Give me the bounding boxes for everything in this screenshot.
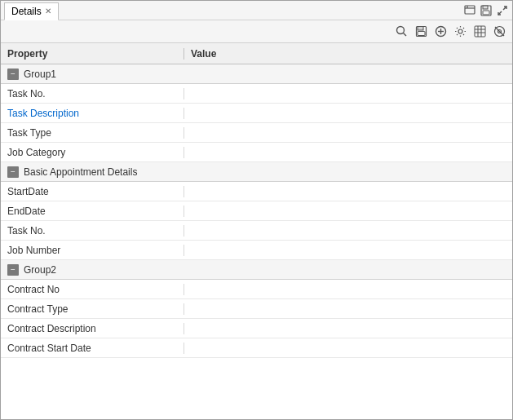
table-row[interactable]: EndDate bbox=[1, 201, 512, 221]
toolbar bbox=[1, 20, 512, 43]
group-title: Group1 bbox=[24, 69, 56, 80]
svg-point-16 bbox=[458, 29, 462, 33]
table-row[interactable]: Task No. bbox=[1, 221, 512, 241]
table-row[interactable]: Contract No bbox=[1, 280, 512, 299]
table-row[interactable]: Task No. bbox=[1, 84, 512, 104]
property-cell[interactable]: Task Description bbox=[1, 108, 184, 119]
table-row: − Basic Appointment Details bbox=[1, 162, 512, 182]
svg-rect-17 bbox=[475, 26, 485, 37]
svg-line-9 bbox=[403, 33, 406, 37]
table-row: − Group2 bbox=[1, 260, 512, 280]
svg-rect-5 bbox=[483, 11, 489, 15]
svg-rect-12 bbox=[418, 32, 425, 36]
value-column-header: Value bbox=[184, 48, 512, 60]
details-tab[interactable]: Details ✕ bbox=[4, 2, 59, 20]
property-cell: Task Type bbox=[1, 127, 184, 139]
add-toolbar-icon[interactable] bbox=[432, 24, 449, 40]
hide-toolbar-icon[interactable] bbox=[491, 24, 507, 40]
edit-window-icon[interactable] bbox=[463, 4, 476, 17]
table-row[interactable]: Task Type bbox=[1, 123, 512, 143]
table-row: − Group1 bbox=[1, 64, 512, 84]
group-title: Group2 bbox=[24, 264, 56, 276]
title-bar-right bbox=[463, 4, 509, 17]
group-collapse-icon[interactable]: − bbox=[7, 264, 19, 276]
table-row[interactable]: Contract Type bbox=[1, 299, 512, 319]
property-cell: Contract No bbox=[1, 284, 184, 295]
property-cell: Task No. bbox=[1, 225, 184, 237]
svg-point-8 bbox=[396, 27, 404, 34]
group-label: − Group1 bbox=[1, 69, 512, 80]
save-window-icon[interactable] bbox=[480, 4, 493, 17]
title-bar: Details ✕ bbox=[1, 1, 512, 20]
table-row[interactable]: Contract Start Date bbox=[1, 338, 512, 358]
property-column-header: Property bbox=[1, 48, 184, 60]
group-collapse-icon[interactable]: − bbox=[7, 166, 19, 178]
table-container: Property Value − Group1 Task No. Task De… bbox=[1, 43, 512, 419]
svg-rect-4 bbox=[483, 6, 488, 9]
table-body[interactable]: − Group1 Task No. Task Description Task … bbox=[1, 64, 512, 419]
group-label: − Group2 bbox=[1, 264, 512, 276]
table-row[interactable]: Task Description bbox=[1, 104, 512, 123]
property-cell: Task No. bbox=[1, 88, 184, 99]
title-bar-left: Details ✕ bbox=[4, 1, 59, 20]
property-cell: EndDate bbox=[1, 206, 184, 217]
table-row[interactable]: Job Number bbox=[1, 241, 512, 260]
table-header: Property Value bbox=[1, 43, 512, 64]
save-toolbar-icon[interactable] bbox=[413, 24, 429, 40]
group-title: Basic Appointment Details bbox=[24, 166, 137, 178]
export-toolbar-icon[interactable] bbox=[471, 24, 488, 40]
svg-rect-11 bbox=[418, 27, 423, 31]
group-collapse-icon[interactable]: − bbox=[7, 69, 19, 80]
property-cell: Contract Description bbox=[1, 323, 184, 334]
property-cell: Contract Start Date bbox=[1, 343, 184, 354]
table-row[interactable]: StartDate bbox=[1, 182, 512, 201]
tab-close-icon[interactable]: ✕ bbox=[45, 7, 51, 15]
maximize-window-icon[interactable] bbox=[496, 4, 509, 17]
search-toolbar-icon[interactable] bbox=[393, 24, 409, 40]
property-cell: Contract Type bbox=[1, 303, 184, 315]
property-cell: Job Category bbox=[1, 147, 184, 158]
settings-toolbar-icon[interactable] bbox=[452, 24, 468, 40]
group-label: − Basic Appointment Details bbox=[1, 166, 512, 178]
table-row[interactable]: Job Category bbox=[1, 143, 512, 162]
property-cell: StartDate bbox=[1, 186, 184, 197]
svg-rect-0 bbox=[465, 6, 475, 14]
property-cell: Job Number bbox=[1, 245, 184, 256]
table-row[interactable]: Contract Description bbox=[1, 319, 512, 338]
main-window: Details ✕ bbox=[0, 0, 513, 420]
tab-label: Details bbox=[11, 6, 42, 17]
